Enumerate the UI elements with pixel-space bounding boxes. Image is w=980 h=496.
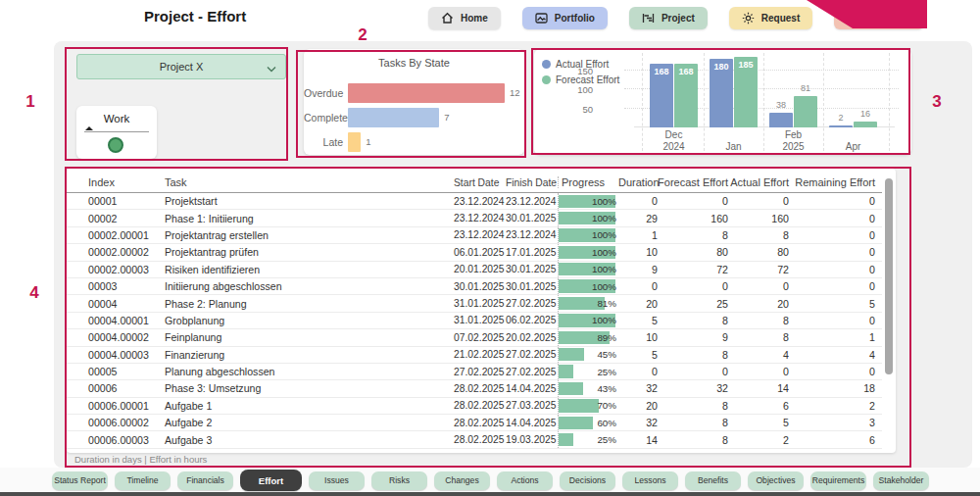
tab-changes[interactable]: Changes [434, 471, 490, 490]
tab-decisions[interactable]: Decisions [560, 471, 615, 490]
annotation-label-1: 1 [25, 92, 34, 112]
tab-timeline[interactable]: Timeline [115, 471, 171, 490]
portfolio-icon [535, 12, 548, 25]
tab-effort[interactable]: Effort [240, 470, 302, 491]
tab-financials[interactable]: Financials [177, 471, 233, 490]
home-button[interactable]: Home [428, 7, 501, 29]
annotation-rect-2 [296, 50, 526, 158]
tab-lessons[interactable]: Lessons [622, 471, 678, 490]
annotation-rect-4 [65, 167, 911, 468]
project-label: Project [662, 13, 695, 24]
tab-benefits[interactable]: Benefits [685, 471, 741, 490]
tab-stakeholder[interactable]: Stakeholder [873, 471, 929, 490]
corner-ribbon [784, 0, 941, 31]
home-icon [441, 12, 454, 25]
tab-actions[interactable]: Actions [497, 471, 553, 490]
project-gantt-icon [642, 12, 655, 25]
project-button[interactable]: Project [629, 7, 708, 29]
portfolio-button[interactable]: Portfolio [522, 7, 608, 29]
portfolio-label: Portfolio [555, 13, 595, 24]
tab-requirements[interactable]: Requirements [810, 471, 866, 490]
annotation-label-4: 4 [29, 283, 38, 303]
home-label: Home [461, 13, 488, 24]
request-sun-icon [742, 12, 755, 25]
page-title: Project - Effort [144, 8, 246, 25]
window-bottom-edge [0, 492, 980, 496]
annotation-label-2: 2 [358, 25, 367, 45]
tab-issues[interactable]: Issues [309, 471, 365, 490]
tab-objectives[interactable]: Objectives [748, 471, 804, 490]
tab-status-report[interactable]: Status Report [52, 471, 108, 490]
annotation-rect-3 [531, 48, 910, 155]
annotation-label-3: 3 [932, 92, 941, 112]
tab-risks[interactable]: Risks [371, 471, 427, 490]
annotation-rect-1 [65, 47, 288, 161]
tab-bar: Status ReportTimelineFinancialsEffortIss… [0, 468, 980, 493]
